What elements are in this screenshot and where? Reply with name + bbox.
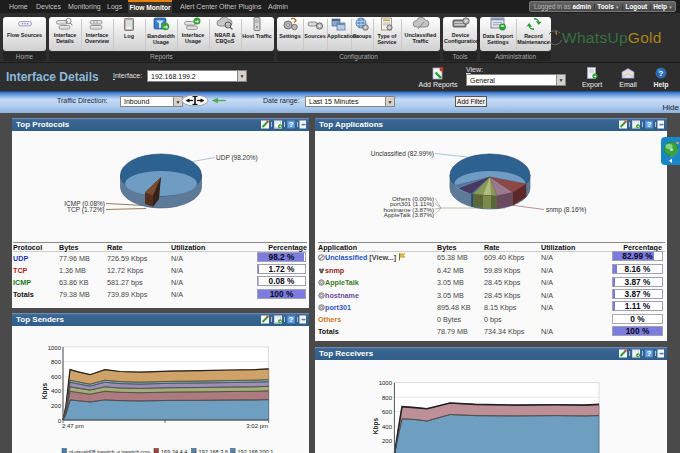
svg-text:400: 400 bbox=[51, 388, 62, 394]
svg-text:192.168.3.6: 192.168.3.6 bbox=[199, 449, 229, 453]
svg-text:192.168.200.1: 192.168.200.1 bbox=[238, 449, 274, 453]
svg-text:?: ? bbox=[289, 315, 294, 324]
svg-text:?: ? bbox=[647, 120, 652, 129]
svg-text:pl-visuald08.ipswitch.-s.ipswi: pl-visuald08.ipswitch.-s.ipswitch.com bbox=[69, 449, 150, 453]
svg-text:200: 200 bbox=[51, 403, 62, 409]
svg-text:600: 600 bbox=[382, 409, 393, 415]
svg-text:?: ? bbox=[659, 69, 664, 78]
svg-text:1000: 1000 bbox=[379, 380, 393, 386]
svg-text:?: ? bbox=[647, 349, 652, 358]
svg-text:?: ? bbox=[289, 120, 294, 129]
svg-text:400: 400 bbox=[382, 424, 393, 430]
svg-text:Kbps: Kbps bbox=[41, 382, 49, 399]
svg-text:1000: 1000 bbox=[48, 345, 62, 351]
svg-text:800: 800 bbox=[382, 395, 393, 401]
svg-text:2:47 pm: 2:47 pm bbox=[62, 423, 84, 429]
svg-text:Kbps: Kbps bbox=[372, 417, 380, 434]
svg-text:800: 800 bbox=[51, 359, 62, 365]
svg-text:3:02 pm: 3:02 pm bbox=[246, 423, 268, 429]
svg-text:600: 600 bbox=[51, 374, 62, 380]
svg-text:200: 200 bbox=[382, 438, 393, 444]
svg-text:169.24.4.4: 169.24.4.4 bbox=[161, 449, 187, 453]
